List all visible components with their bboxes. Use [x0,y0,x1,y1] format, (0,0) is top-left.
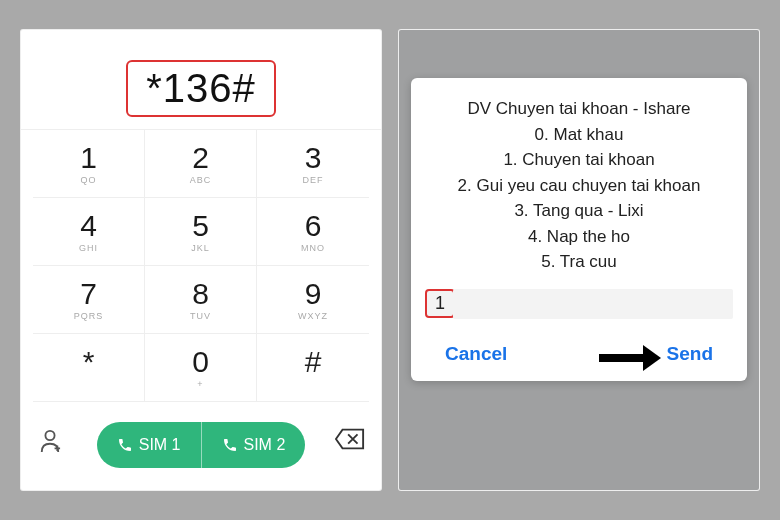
sim2-label: SIM 2 [244,436,286,454]
phone-icon [117,437,133,453]
phone-icon [222,437,238,453]
key-8[interactable]: 8TUV [145,266,257,334]
ussd-line: 2. Gui yeu cau chuyen tai khoan [425,173,733,199]
ussd-line: 3. Tang qua - Lixi [425,198,733,224]
key-6[interactable]: 6MNO [257,198,369,266]
ussd-input-value[interactable]: 1 [425,289,455,318]
svg-rect-1 [599,354,643,362]
ussd-panel: DV Chuyen tai khoan - Ishare 0. Mat khau… [399,30,759,490]
ussd-dialog: DV Chuyen tai khoan - Ishare 0. Mat khau… [411,78,747,381]
cancel-button[interactable]: Cancel [445,343,507,365]
ussd-input[interactable] [453,289,733,319]
key-0[interactable]: 0+ [145,334,257,402]
key-9[interactable]: 9WXYZ [257,266,369,334]
arrow-right-icon [599,345,661,371]
ussd-actions: Cancel Send [425,343,733,371]
keypad: 1QO 2ABC 3DEF 4GHI 5JKL 6MNO 7PQRS 8TUV … [21,129,381,402]
ussd-line: 0. Mat khau [425,122,733,148]
dialed-number: *136# [146,66,256,111]
svg-marker-2 [643,345,661,371]
svg-point-0 [45,431,54,440]
key-star[interactable]: * [33,334,145,402]
ussd-line: 5. Tra cuu [425,249,733,275]
ussd-message: DV Chuyen tai khoan - Ishare 0. Mat khau… [425,96,733,275]
ussd-line: DV Chuyen tai khoan - Ishare [425,96,733,122]
key-1[interactable]: 1QO [33,130,145,198]
key-4[interactable]: 4GHI [33,198,145,266]
ussd-input-row: 1 [425,289,733,319]
send-button[interactable]: Send [667,343,713,365]
sim1-label: SIM 1 [139,436,181,454]
key-3[interactable]: 3DEF [257,130,369,198]
key-7[interactable]: 7PQRS [33,266,145,334]
sim1-call-button[interactable]: SIM 1 [97,422,201,468]
dial-display: *136# [21,30,381,129]
dial-highlight-box: *136# [126,60,276,117]
key-hash[interactable]: # [257,334,369,402]
sim2-call-button[interactable]: SIM 2 [201,422,306,468]
dialer-panel: *136# 1QO 2ABC 3DEF 4GHI 5JKL 6MNO 7PQRS… [21,30,381,490]
ussd-line: 1. Chuyen tai khoan [425,147,733,173]
dialer-bottom-row: SIM 1 SIM 2 [21,402,381,476]
backspace-icon[interactable] [335,428,365,450]
contact-icon[interactable] [39,428,61,454]
ussd-line: 4. Nap the ho [425,224,733,250]
key-5[interactable]: 5JKL [145,198,257,266]
key-2[interactable]: 2ABC [145,130,257,198]
sim-buttons: SIM 1 SIM 2 [97,422,306,468]
